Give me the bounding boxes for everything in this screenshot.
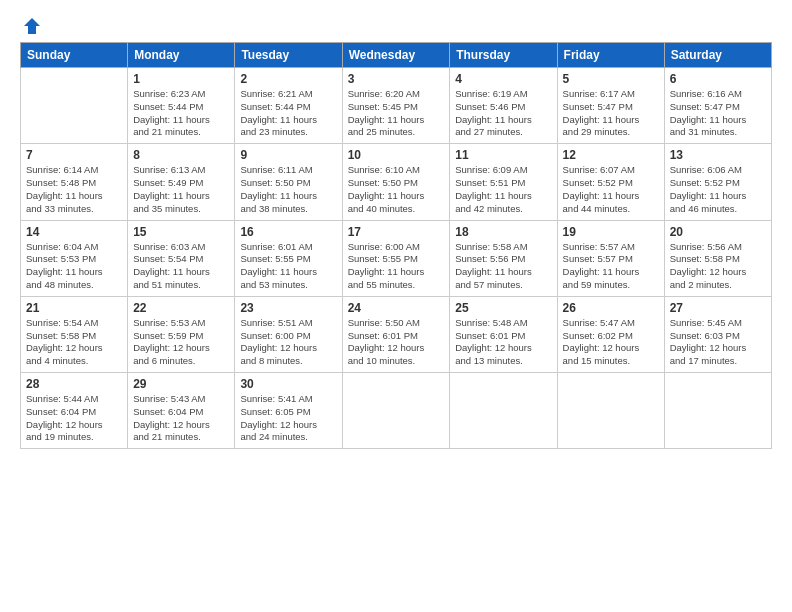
calendar-cell: 27Sunrise: 5:45 AMSunset: 6:03 PMDayligh… bbox=[664, 296, 771, 372]
calendar-cell: 24Sunrise: 5:50 AMSunset: 6:01 PMDayligh… bbox=[342, 296, 450, 372]
calendar-cell: 15Sunrise: 6:03 AMSunset: 5:54 PMDayligh… bbox=[128, 220, 235, 296]
day-number: 14 bbox=[26, 225, 122, 239]
day-number: 3 bbox=[348, 72, 445, 86]
calendar-cell: 21Sunrise: 5:54 AMSunset: 5:58 PMDayligh… bbox=[21, 296, 128, 372]
calendar-cell: 29Sunrise: 5:43 AMSunset: 6:04 PMDayligh… bbox=[128, 373, 235, 449]
calendar-cell: 5Sunrise: 6:17 AMSunset: 5:47 PMDaylight… bbox=[557, 68, 664, 144]
day-info: Sunrise: 5:47 AMSunset: 6:02 PMDaylight:… bbox=[563, 317, 659, 368]
day-number: 28 bbox=[26, 377, 122, 391]
calendar-cell: 28Sunrise: 5:44 AMSunset: 6:04 PMDayligh… bbox=[21, 373, 128, 449]
day-number: 8 bbox=[133, 148, 229, 162]
day-number: 5 bbox=[563, 72, 659, 86]
calendar-week-row: 28Sunrise: 5:44 AMSunset: 6:04 PMDayligh… bbox=[21, 373, 772, 449]
day-info: Sunrise: 6:19 AMSunset: 5:46 PMDaylight:… bbox=[455, 88, 551, 139]
calendar-cell: 8Sunrise: 6:13 AMSunset: 5:49 PMDaylight… bbox=[128, 144, 235, 220]
weekday-header: Sunday bbox=[21, 43, 128, 68]
day-number: 17 bbox=[348, 225, 445, 239]
calendar-cell: 20Sunrise: 5:56 AMSunset: 5:58 PMDayligh… bbox=[664, 220, 771, 296]
day-number: 19 bbox=[563, 225, 659, 239]
day-info: Sunrise: 5:57 AMSunset: 5:57 PMDaylight:… bbox=[563, 241, 659, 292]
weekday-header: Saturday bbox=[664, 43, 771, 68]
calendar-week-row: 7Sunrise: 6:14 AMSunset: 5:48 PMDaylight… bbox=[21, 144, 772, 220]
day-number: 15 bbox=[133, 225, 229, 239]
calendar-cell: 6Sunrise: 6:16 AMSunset: 5:47 PMDaylight… bbox=[664, 68, 771, 144]
calendar-cell bbox=[450, 373, 557, 449]
calendar-week-row: 1Sunrise: 6:23 AMSunset: 5:44 PMDaylight… bbox=[21, 68, 772, 144]
calendar-cell: 16Sunrise: 6:01 AMSunset: 5:55 PMDayligh… bbox=[235, 220, 342, 296]
day-info: Sunrise: 6:21 AMSunset: 5:44 PMDaylight:… bbox=[240, 88, 336, 139]
weekday-header: Thursday bbox=[450, 43, 557, 68]
day-info: Sunrise: 5:51 AMSunset: 6:00 PMDaylight:… bbox=[240, 317, 336, 368]
day-number: 20 bbox=[670, 225, 766, 239]
day-info: Sunrise: 5:54 AMSunset: 5:58 PMDaylight:… bbox=[26, 317, 122, 368]
day-info: Sunrise: 5:58 AMSunset: 5:56 PMDaylight:… bbox=[455, 241, 551, 292]
day-number: 11 bbox=[455, 148, 551, 162]
weekday-header: Tuesday bbox=[235, 43, 342, 68]
calendar-cell: 2Sunrise: 6:21 AMSunset: 5:44 PMDaylight… bbox=[235, 68, 342, 144]
calendar-cell: 3Sunrise: 6:20 AMSunset: 5:45 PMDaylight… bbox=[342, 68, 450, 144]
calendar-week-row: 14Sunrise: 6:04 AMSunset: 5:53 PMDayligh… bbox=[21, 220, 772, 296]
day-info: Sunrise: 6:01 AMSunset: 5:55 PMDaylight:… bbox=[240, 241, 336, 292]
day-info: Sunrise: 6:14 AMSunset: 5:48 PMDaylight:… bbox=[26, 164, 122, 215]
calendar-cell: 18Sunrise: 5:58 AMSunset: 5:56 PMDayligh… bbox=[450, 220, 557, 296]
calendar-week-row: 21Sunrise: 5:54 AMSunset: 5:58 PMDayligh… bbox=[21, 296, 772, 372]
day-info: Sunrise: 6:11 AMSunset: 5:50 PMDaylight:… bbox=[240, 164, 336, 215]
day-number: 7 bbox=[26, 148, 122, 162]
day-info: Sunrise: 5:44 AMSunset: 6:04 PMDaylight:… bbox=[26, 393, 122, 444]
day-info: Sunrise: 6:07 AMSunset: 5:52 PMDaylight:… bbox=[563, 164, 659, 215]
calendar-cell: 9Sunrise: 6:11 AMSunset: 5:50 PMDaylight… bbox=[235, 144, 342, 220]
svg-marker-0 bbox=[24, 18, 40, 34]
day-number: 29 bbox=[133, 377, 229, 391]
day-number: 23 bbox=[240, 301, 336, 315]
day-info: Sunrise: 6:16 AMSunset: 5:47 PMDaylight:… bbox=[670, 88, 766, 139]
day-info: Sunrise: 5:50 AMSunset: 6:01 PMDaylight:… bbox=[348, 317, 445, 368]
day-info: Sunrise: 5:43 AMSunset: 6:04 PMDaylight:… bbox=[133, 393, 229, 444]
day-number: 30 bbox=[240, 377, 336, 391]
day-number: 16 bbox=[240, 225, 336, 239]
calendar-cell: 10Sunrise: 6:10 AMSunset: 5:50 PMDayligh… bbox=[342, 144, 450, 220]
day-number: 12 bbox=[563, 148, 659, 162]
calendar-cell: 17Sunrise: 6:00 AMSunset: 5:55 PMDayligh… bbox=[342, 220, 450, 296]
day-info: Sunrise: 5:56 AMSunset: 5:58 PMDaylight:… bbox=[670, 241, 766, 292]
day-info: Sunrise: 5:41 AMSunset: 6:05 PMDaylight:… bbox=[240, 393, 336, 444]
day-number: 13 bbox=[670, 148, 766, 162]
weekday-header: Friday bbox=[557, 43, 664, 68]
day-number: 27 bbox=[670, 301, 766, 315]
day-info: Sunrise: 5:53 AMSunset: 5:59 PMDaylight:… bbox=[133, 317, 229, 368]
day-info: Sunrise: 6:13 AMSunset: 5:49 PMDaylight:… bbox=[133, 164, 229, 215]
calendar-cell: 25Sunrise: 5:48 AMSunset: 6:01 PMDayligh… bbox=[450, 296, 557, 372]
day-number: 9 bbox=[240, 148, 336, 162]
day-number: 18 bbox=[455, 225, 551, 239]
calendar-cell: 22Sunrise: 5:53 AMSunset: 5:59 PMDayligh… bbox=[128, 296, 235, 372]
day-number: 4 bbox=[455, 72, 551, 86]
day-info: Sunrise: 5:48 AMSunset: 6:01 PMDaylight:… bbox=[455, 317, 551, 368]
weekday-header: Monday bbox=[128, 43, 235, 68]
calendar-cell: 30Sunrise: 5:41 AMSunset: 6:05 PMDayligh… bbox=[235, 373, 342, 449]
day-number: 6 bbox=[670, 72, 766, 86]
calendar-cell bbox=[557, 373, 664, 449]
calendar-cell bbox=[21, 68, 128, 144]
day-info: Sunrise: 6:06 AMSunset: 5:52 PMDaylight:… bbox=[670, 164, 766, 215]
day-info: Sunrise: 6:04 AMSunset: 5:53 PMDaylight:… bbox=[26, 241, 122, 292]
day-info: Sunrise: 6:09 AMSunset: 5:51 PMDaylight:… bbox=[455, 164, 551, 215]
calendar-table: SundayMondayTuesdayWednesdayThursdayFrid… bbox=[20, 42, 772, 449]
day-info: Sunrise: 6:23 AMSunset: 5:44 PMDaylight:… bbox=[133, 88, 229, 139]
calendar-header-row: SundayMondayTuesdayWednesdayThursdayFrid… bbox=[21, 43, 772, 68]
day-number: 25 bbox=[455, 301, 551, 315]
day-number: 1 bbox=[133, 72, 229, 86]
day-info: Sunrise: 6:10 AMSunset: 5:50 PMDaylight:… bbox=[348, 164, 445, 215]
logo bbox=[20, 16, 42, 36]
calendar-cell: 1Sunrise: 6:23 AMSunset: 5:44 PMDaylight… bbox=[128, 68, 235, 144]
calendar-cell: 14Sunrise: 6:04 AMSunset: 5:53 PMDayligh… bbox=[21, 220, 128, 296]
calendar-cell: 12Sunrise: 6:07 AMSunset: 5:52 PMDayligh… bbox=[557, 144, 664, 220]
calendar-cell: 11Sunrise: 6:09 AMSunset: 5:51 PMDayligh… bbox=[450, 144, 557, 220]
day-number: 10 bbox=[348, 148, 445, 162]
day-info: Sunrise: 6:17 AMSunset: 5:47 PMDaylight:… bbox=[563, 88, 659, 139]
day-info: Sunrise: 6:00 AMSunset: 5:55 PMDaylight:… bbox=[348, 241, 445, 292]
day-info: Sunrise: 6:03 AMSunset: 5:54 PMDaylight:… bbox=[133, 241, 229, 292]
calendar-cell: 19Sunrise: 5:57 AMSunset: 5:57 PMDayligh… bbox=[557, 220, 664, 296]
day-number: 22 bbox=[133, 301, 229, 315]
calendar-cell bbox=[342, 373, 450, 449]
day-info: Sunrise: 5:45 AMSunset: 6:03 PMDaylight:… bbox=[670, 317, 766, 368]
day-number: 21 bbox=[26, 301, 122, 315]
